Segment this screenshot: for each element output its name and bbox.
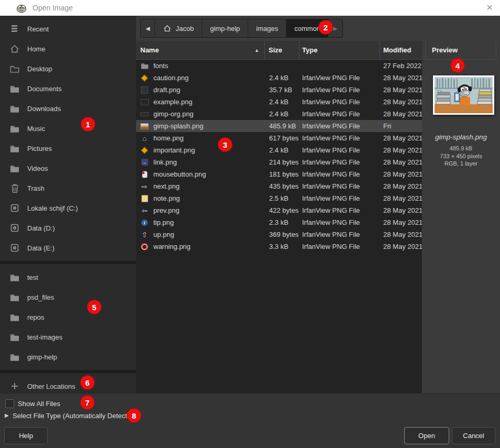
places-sidebar: Recent Home Desktop Documents Downloads …	[0, 16, 136, 393]
select-file-type-label[interactable]: Select File Type (Automatically Detected…	[13, 412, 137, 420]
file-row-fonts[interactable]: fonts 27 Feb 2022	[136, 60, 422, 72]
cancel-button[interactable]: Cancel	[452, 427, 495, 444]
sidebar-item-repos[interactable]: repos	[0, 307, 136, 327]
open-button[interactable]: Open	[404, 427, 449, 444]
titlebar: Open Image ✕	[0, 0, 500, 16]
close-icon[interactable]: ✕	[484, 3, 495, 13]
column-header-size[interactable]: Size	[265, 41, 299, 59]
folder-icon	[9, 312, 20, 322]
folder-icon	[9, 143, 20, 154]
preview-header: Preview	[425, 41, 496, 60]
diamond-icon	[140, 146, 149, 155]
preview-dimensions: 733 × 450 pixels	[422, 153, 500, 159]
file-row-tip-png[interactable]: i tip.png 2.3 kB IrfanView PNG File 28 M…	[136, 216, 422, 228]
folder-outline-icon	[9, 63, 20, 74]
file-row-mousebutton-png[interactable]: mousebutton.png 181 bytes IrfanView PNG …	[136, 168, 422, 180]
column-header-name[interactable]: Name ▲	[136, 41, 265, 59]
sidebar-item-data-e[interactable]: Data (E:)	[0, 238, 136, 258]
file-row-caution-png[interactable]: caution.png 2.4 kB IrfanView PNG File 28…	[136, 72, 422, 84]
folder-icon	[9, 83, 20, 94]
file-row-gimp-splash-png[interactable]: gimp-splash.png 485.9 kB IrfanView PNG F…	[136, 120, 422, 132]
drive-icon	[9, 203, 20, 213]
preview-filename: gimp-splash.png	[422, 133, 500, 141]
folder-icon	[9, 352, 20, 362]
folder-icon	[9, 123, 20, 134]
annotation-badge-8: 8	[127, 409, 141, 422]
preview-color-mode: RGB, 1 layer	[422, 160, 500, 167]
note-icon	[140, 194, 149, 203]
gimp-splash-preview-image	[435, 77, 493, 113]
sidebar-item-lokale-schijf-c[interactable]: Lokale schijf (C:)	[0, 198, 136, 218]
sidebar-item-desktop[interactable]: Desktop	[0, 59, 136, 79]
show-all-files-label: Show All Files	[18, 400, 60, 408]
folder-icon	[9, 272, 20, 282]
file-row-note-png[interactable]: note.png 2.5 kB IrfanView PNG File 28 Ma…	[136, 192, 422, 204]
column-header-type[interactable]: Type	[299, 41, 380, 59]
sidebar-item-downloads[interactable]: Downloads	[0, 99, 136, 118]
file-row-link-png[interactable]: → link.png 214 bytes IrfanView PNG File …	[136, 156, 422, 168]
home-icon	[163, 24, 171, 32]
file-row-warning-png[interactable]: warning.png 3.3 kB IrfanView PNG File 28…	[136, 241, 422, 253]
annotation-badge-7: 7	[81, 396, 94, 409]
path-back-button[interactable]: ◀	[141, 19, 155, 37]
sort-ascending-icon: ▲	[254, 48, 259, 53]
warning-icon	[140, 243, 149, 251]
open-image-dialog: Open Image ✕ Recent Home Desktop Documen…	[0, 0, 500, 448]
sidebar-item-videos[interactable]: Videos	[0, 158, 136, 178]
path-segment-images[interactable]: images	[248, 19, 286, 37]
file-row-prev-png[interactable]: ⇦ prev.png 422 bytes IrfanView PNG File …	[136, 204, 422, 216]
folder-icon	[9, 332, 20, 342]
sidebar-item-data-d[interactable]: Data (D:)	[0, 218, 136, 238]
bookmarks-section: test psd_files repos test-images gimp-he…	[0, 264, 136, 373]
sidebar-item-recent[interactable]: Recent	[0, 19, 136, 39]
annotation-badge-6: 6	[81, 376, 94, 389]
home-icon	[9, 43, 20, 54]
show-all-files-checkbox[interactable]	[5, 399, 14, 408]
sidebar-item-test-images[interactable]: test-images	[0, 327, 136, 347]
places-section: Recent Home Desktop Documents Downloads …	[0, 16, 136, 264]
plus-icon	[9, 381, 20, 391]
folder-small-icon	[140, 62, 149, 70]
file-row-up-png[interactable]: ⇧ up.png 369 bytes IrfanView PNG File 28…	[136, 228, 422, 241]
expander-triangle-icon[interactable]: ▶	[5, 412, 9, 418]
sidebar-item-gimp-help[interactable]: gimp-help	[0, 347, 136, 367]
drive-icon	[9, 243, 20, 253]
file-row-next-png[interactable]: ⇨ next.png 435 bytes IrfanView PNG File …	[136, 180, 422, 192]
file-row-home-png[interactable]: ⌂ home.png 617 bytes IrfanView PNG File …	[136, 132, 422, 144]
folder-icon	[9, 163, 20, 173]
file-row-gimp-org-png[interactable]: gimp-org.png 2.4 kB IrfanView PNG File 2…	[136, 108, 422, 120]
file-list-header: Name ▲ Size Type Modified	[136, 41, 422, 60]
help-button[interactable]: Help	[4, 427, 48, 444]
thumb-example-icon	[140, 98, 149, 106]
file-row-draft-png[interactable]: draft.png 35.7 kB IrfanView PNG File 28 …	[136, 84, 422, 96]
sidebar-item-psd-files[interactable]: psd_files	[0, 287, 136, 307]
gimp-logo-icon	[16, 2, 27, 14]
sidebar-item-home[interactable]: Home	[0, 39, 136, 59]
sidebar-item-documents[interactable]: Documents	[0, 79, 136, 99]
link-icon: →	[140, 158, 149, 167]
sidebar-item-music[interactable]: Music	[0, 118, 136, 138]
sidebar-item-pictures[interactable]: Pictures	[0, 138, 136, 158]
folder-icon	[9, 103, 20, 114]
dialog-footer: Show All Files ▶ Select File Type (Autom…	[0, 393, 500, 448]
chevron-right-icon: ▶	[333, 25, 337, 32]
arrow-right-icon: ⇨	[140, 182, 149, 191]
thumb-strip-icon	[140, 110, 149, 118]
path-segment-gimp-help[interactable]: gimp-help	[202, 19, 248, 37]
square-dark-icon	[140, 86, 149, 94]
sidebar-item-trash[interactable]: Trash	[0, 178, 136, 198]
preview-file-size: 485.9 kB	[422, 145, 500, 151]
arrow-up-icon: ⇧	[140, 231, 149, 239]
chevron-left-icon: ◀	[146, 25, 150, 32]
path-segment-jacob[interactable]: Jacob	[155, 19, 202, 37]
file-row-important-png[interactable]: important.png 2.4 kB IrfanView PNG File …	[136, 144, 422, 156]
file-list: fonts 27 Feb 2022 caution.png 2.4 kB Irf…	[136, 60, 422, 393]
annotation-badge-4: 4	[451, 59, 464, 72]
file-row-example-png[interactable]: example.png 2.4 kB IrfanView PNG File 28…	[136, 96, 422, 108]
preview-thumbnail	[433, 75, 494, 115]
column-header-modified[interactable]: Modified	[380, 41, 422, 59]
diamond-icon	[140, 74, 149, 82]
sidebar-item-test[interactable]: test	[0, 267, 136, 287]
arrow-left-icon: ⇦	[140, 206, 149, 215]
annotation-badge-2: 2	[319, 20, 332, 34]
